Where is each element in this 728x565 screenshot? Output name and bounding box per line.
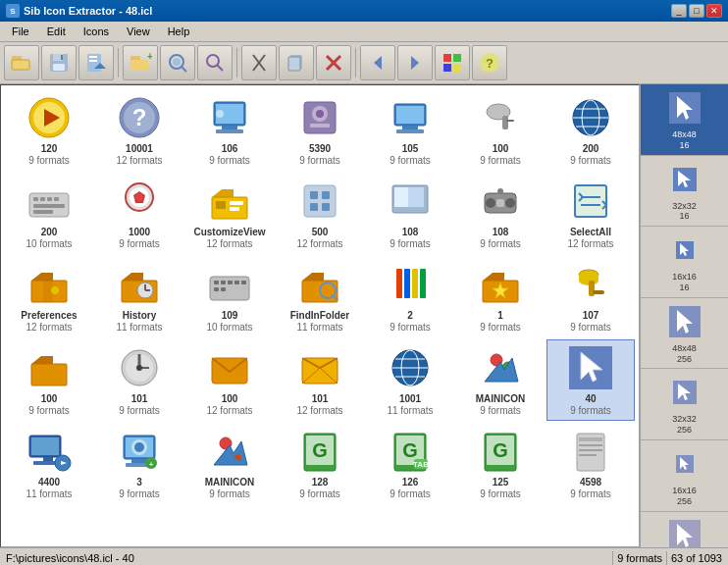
menu-help[interactable]: Help — [160, 24, 198, 39]
icon-img-35 — [567, 428, 614, 475]
cut-button[interactable] — [241, 45, 277, 80]
icon-cell-22[interactable]: 100 9 formats — [5, 339, 93, 421]
icon-name-23: 101 — [131, 393, 148, 405]
panel-item-48x48-16[interactable]: 48x4816 — [641, 84, 728, 156]
icon-formats-17: 10 formats — [206, 322, 252, 333]
icon-cell-8[interactable]: 200 10 formats — [5, 173, 93, 254]
icon-cell-34[interactable]: G 125 9 formats — [456, 423, 545, 504]
icon-cell-1[interactable]: 120 9 formats — [5, 89, 93, 171]
svg-rect-44 — [310, 124, 330, 128]
icon-name-5: 105 — [402, 143, 419, 155]
icon-cell-28[interactable]: 40 9 formats — [546, 339, 635, 421]
svg-rect-70 — [230, 201, 243, 205]
icon-cell-7[interactable]: 200 9 formats — [546, 89, 635, 171]
panel-item-48x48-256[interactable]: 48x48256 — [641, 298, 728, 370]
svg-rect-163 — [579, 444, 602, 446]
svg-line-17 — [182, 67, 186, 72]
svg-rect-99 — [234, 281, 239, 284]
window-controls: _ □ ✕ — [671, 4, 722, 18]
icon-cell-11[interactable]: 500 12 formats — [276, 173, 364, 254]
icon-name-34: 125 — [493, 477, 509, 488]
panel-item-32x32-16[interactable]: 32x3216 — [641, 156, 728, 228]
windows-button[interactable] — [435, 45, 470, 80]
icon-cell-12[interactable]: 108 9 formats — [366, 173, 454, 254]
icon-cell-10[interactable]: CustomizeView 12 formats — [185, 173, 274, 254]
minimize-button[interactable]: _ — [671, 4, 687, 18]
icon-grid-container[interactable]: 120 9 formats ? 10001 12 formats — [0, 84, 640, 547]
svg-rect-74 — [322, 191, 330, 199]
status-bar: F:\pictures\icons\48.icl - 40 9 formats … — [0, 547, 728, 565]
icon-formats-20: 9 formats — [480, 322, 521, 333]
icon-cell-9[interactable]: 1000 9 formats — [95, 173, 183, 254]
close-button[interactable]: ✕ — [706, 4, 722, 18]
svg-rect-71 — [230, 207, 239, 211]
icon-cell-2[interactable]: ? 10001 12 formats — [95, 89, 183, 171]
icon-name-26: 1001 — [399, 393, 421, 405]
panel-item-16x16-256[interactable]: 16x16256 — [641, 440, 728, 512]
svg-point-18 — [173, 58, 181, 66]
icon-cell-27[interactable]: MAINICON 9 formats — [456, 339, 545, 421]
menu-edit[interactable]: Edit — [39, 24, 74, 39]
icon-cell-13[interactable]: 108 9 formats — [456, 173, 545, 254]
icon-name-32: 128 — [312, 477, 329, 488]
icon-cell-16[interactable]: History 11 formats — [95, 256, 183, 337]
next-button[interactable] — [397, 45, 433, 80]
icon-cell-15[interactable]: Preferences 12 formats — [5, 256, 93, 337]
panel-item-48x48-32bpp[interactable]: 48x4832bpp — [641, 512, 728, 547]
icon-cell-19[interactable]: 2 9 formats — [366, 256, 454, 337]
status-divider-2 — [666, 551, 667, 565]
help-button[interactable]: ? — [472, 45, 507, 80]
icon-cell-17[interactable]: 109 10 formats — [185, 256, 274, 337]
icon-cell-3[interactable]: 106 9 formats — [185, 89, 274, 171]
copy-button[interactable] — [279, 45, 314, 80]
icon-img-10 — [206, 178, 253, 225]
icon-cell-14[interactable]: SelectAll 12 formats — [546, 173, 635, 254]
svg-rect-64 — [33, 210, 53, 214]
icon-formats-10: 12 formats — [206, 238, 252, 249]
icon-name-19: 2 — [407, 310, 413, 322]
icon-cell-32[interactable]: G 128 9 formats — [276, 423, 364, 504]
icon-cell-31[interactable]: MAINICON 9 formats — [185, 423, 274, 504]
icon-cell-25[interactable]: 101 12 formats — [276, 339, 364, 421]
add-folder-button[interactable]: + — [123, 45, 158, 80]
icon-img-15 — [26, 261, 73, 308]
svg-rect-108 — [412, 269, 418, 298]
save-button[interactable] — [41, 45, 77, 80]
icon-img-31 — [206, 428, 253, 475]
icon-cell-5[interactable]: 105 9 formats — [366, 89, 454, 171]
panel-icon-3 — [665, 231, 704, 270]
prev-button[interactable] — [360, 45, 395, 80]
menu-bar: File Edit Icons View Help — [0, 22, 728, 42]
find-button[interactable] — [197, 45, 233, 80]
icon-cell-30[interactable]: + 3 9 formats — [95, 423, 183, 504]
icon-cell-29[interactable]: 4400 11 formats — [5, 423, 93, 504]
search-file-button[interactable] — [160, 45, 195, 80]
icon-img-2: ? — [116, 94, 163, 141]
menu-icons[interactable]: Icons — [76, 24, 117, 39]
icon-name-12: 108 — [402, 227, 419, 238]
panel-item-32x32-256[interactable]: 32x32256 — [641, 369, 728, 440]
panel-item-16x16-16[interactable]: 16x1616 — [641, 227, 728, 298]
icon-cell-20[interactable]: 1 9 formats — [456, 256, 545, 337]
maximize-button[interactable]: □ — [689, 4, 704, 18]
icon-cell-24[interactable]: 100 12 formats — [185, 339, 274, 421]
menu-view[interactable]: View — [119, 24, 158, 39]
icon-cell-26[interactable]: 1001 11 formats — [366, 339, 454, 421]
open-button[interactable] — [4, 45, 39, 80]
icon-img-4 — [296, 94, 343, 141]
icon-cell-21[interactable]: 107 9 formats — [546, 256, 635, 337]
icon-cell-6[interactable]: 100 9 formats — [456, 89, 545, 171]
icon-cell-33[interactable]: G TAB 126 9 formats — [366, 423, 454, 504]
icon-cell-35[interactable]: 4598 9 formats — [546, 423, 635, 504]
panel-icon-5 — [665, 373, 704, 412]
icon-formats-6: 9 formats — [480, 155, 521, 166]
main-area: 120 9 formats ? 10001 12 formats — [0, 84, 728, 547]
delete-button[interactable] — [316, 45, 351, 80]
icon-cell-18[interactable]: FindInFolder 11 formats — [276, 256, 364, 337]
icon-img-32: G — [296, 428, 343, 475]
icon-cell-4[interactable]: 5390 9 formats — [276, 89, 364, 171]
export-button[interactable] — [78, 45, 114, 80]
menu-file[interactable]: File — [4, 24, 37, 39]
svg-text:S: S — [10, 7, 16, 16]
icon-cell-23[interactable]: 101 9 formats — [95, 339, 183, 421]
